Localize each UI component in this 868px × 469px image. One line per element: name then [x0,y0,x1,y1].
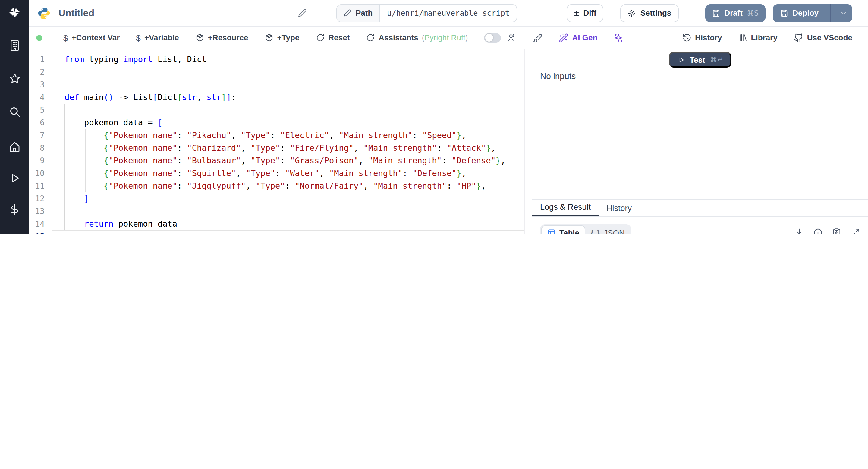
draft-shortcut: ⌘S [747,9,758,17]
add-context-var-label: +Context Var [72,33,120,42]
code-line-3[interactable]: 3 [29,79,524,91]
deploy-button[interactable]: Deploy [772,4,826,22]
ai-fix-button[interactable] [614,33,623,42]
line-number: 4 [29,91,44,104]
sidebar-item-home[interactable] [0,135,29,158]
save-icon [712,9,720,17]
sidebar-item-search[interactable] [0,100,29,123]
code-line-10[interactable]: 10 {"Pokemon name": "Squirtle", "Type": … [29,167,524,180]
assistants-langs: (Pyright Ruff) [422,33,468,42]
play-icon [8,171,21,184]
wand-icon [559,33,569,42]
sidebar-item-workspace[interactable] [0,34,29,57]
download-icon [795,228,804,234]
format-code-button[interactable] [533,33,543,42]
line-number: 3 [29,79,44,91]
result-view-toggle: Table { } JSON [540,224,631,234]
code-line-14[interactable]: 14 return pokemon_data [29,218,524,230]
add-variable-label: +Variable [144,33,179,42]
github-icon [794,33,804,42]
paintbrush-icon [533,33,543,42]
sidebar-group-top [0,34,29,123]
code-line-1[interactable]: 1from typing import List, Dict [29,53,524,66]
line-number: 6 [29,116,44,129]
view-json-label: JSON [604,228,624,234]
line-number: 9 [29,154,44,167]
code-line-9[interactable]: 9 {"Pokemon name": "Bulbasaur", "Type": … [29,154,524,167]
dollar-icon: $ [136,33,141,42]
no-inputs-text: No inputs [540,71,576,81]
line-number: 7 [29,129,44,142]
expand-result-button[interactable] [850,228,860,234]
view-table-button[interactable]: Table [541,225,585,234]
download-result-button[interactable] [795,228,804,234]
ai-gen-label: AI Gen [572,33,598,42]
gear-icon [628,9,636,17]
use-vscode-button[interactable]: Use VScode [794,33,852,42]
path-editor[interactable]: Path u/henri/maneuverable_script [336,4,518,22]
code-line-12[interactable]: 12 ] [29,192,524,205]
sidebar-item-resources[interactable] [0,229,29,234]
package-icon [265,33,274,42]
result-body: Table { } JSON [532,217,868,234]
sidebar-item-variables[interactable] [0,198,29,221]
code-line-15[interactable]: 15 [29,230,524,234]
code-line-7[interactable]: 7 {"Pokemon name": "Pikachu", "Type": "E… [29,129,524,142]
history-button[interactable]: History [682,33,722,42]
assistants-button[interactable]: Assistants (Pyright Ruff) [366,33,468,42]
code-line-2[interactable]: 2 [29,66,524,79]
editor-toolbar: $ +Context Var $ +Variable +Resource +Ty… [29,27,868,50]
assistants-label: Assistants [378,33,418,42]
multiplayer-users-button[interactable] [507,33,517,42]
line-number: 2 [29,66,44,79]
library-button[interactable]: Library [738,33,778,42]
result-info-button[interactable] [813,228,823,234]
deploy-options-button[interactable] [835,4,852,22]
refresh-icon [315,33,324,42]
reset-button[interactable]: Reset [315,33,350,42]
tab-history[interactable]: History [599,199,639,216]
code-line-6[interactable]: 6 pokemon_data = [ [29,116,524,129]
multiplayer-toggle[interactable] [484,33,501,42]
pencil-icon [298,8,307,18]
draft-button[interactable]: Draft ⌘S [705,4,765,22]
history-label: History [695,33,722,42]
view-json-button[interactable]: { } JSON [585,225,630,234]
copy-result-button[interactable] [832,228,841,234]
test-button[interactable]: Test ⌘↵ [669,52,732,67]
test-label: Test [689,55,705,64]
toggle-knob [485,34,493,41]
windmill-logo-icon[interactable] [0,5,29,19]
sidebar-item-runs[interactable] [0,166,29,189]
sidebar-item-favorites[interactable] [0,67,29,90]
path-label: Path [355,8,373,18]
code-lines: 1from typing import List, Dict234def mai… [29,50,524,234]
code-line-8[interactable]: 8 {"Pokemon name": "Charizard", "Type": … [29,142,524,154]
add-type-button[interactable]: +Type [265,33,300,42]
add-type-label: +Type [277,33,300,42]
code-editor[interactable]: 1from typing import List, Dict234def mai… [29,50,524,234]
sidebar-group-main [0,135,29,234]
line-number: 15 [29,230,44,234]
library-label: Library [751,33,778,42]
add-variable-button[interactable]: $ +Variable [136,33,179,42]
info-icon [813,228,823,234]
deploy-divider [830,4,831,22]
diff-button[interactable]: ± Diff [567,4,604,22]
settings-button[interactable]: Settings [621,4,679,22]
code-line-13[interactable]: 13 [29,205,524,218]
ai-gen-button[interactable]: AI Gen [559,33,598,42]
tab-logs-result[interactable]: Logs & Result [532,199,599,216]
line-number: 1 [29,53,44,66]
code-line-5[interactable]: 5 [29,104,524,116]
package-icon [195,33,204,42]
edit-summary-button[interactable] [298,8,307,18]
add-context-var-button[interactable]: $ +Context Var [63,33,120,42]
result-tabs: Logs & Result History [532,199,868,217]
line-number: 12 [29,192,44,205]
code-line-4[interactable]: 4def main() -> List[Dict[str, str]]: [29,91,524,104]
code-line-11[interactable]: 11 {"Pokemon name": "Jigglypuff", "Type"… [29,180,524,192]
line-number: 13 [29,205,44,218]
add-resource-button[interactable]: +Resource [195,33,248,42]
pane-splitter[interactable] [524,50,532,234]
